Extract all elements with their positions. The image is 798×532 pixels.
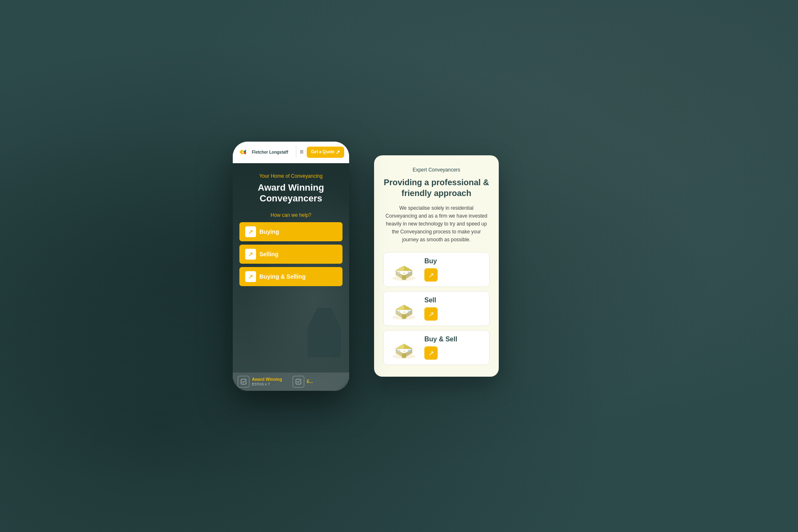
second-badge-icon xyxy=(293,376,304,387)
svg-rect-14 xyxy=(408,272,411,274)
badge-second-subtitle: E... xyxy=(307,379,313,384)
card-title: Providing a professional & friendly appr… xyxy=(383,177,490,199)
sell-house-icon: 50 xyxy=(389,297,419,320)
service-sell: 50 Sell ↗ xyxy=(383,291,490,326)
badge-award-subtitle: ESTAS x 7 xyxy=(252,382,282,386)
buy-sell-service-right: Buy & Sell ↗ xyxy=(424,336,483,360)
scene: Fletcher Longstaff ≡ Get a Quote ↗ Your … xyxy=(233,142,499,391)
buying-button[interactable]: ↗ Buying xyxy=(239,222,342,241)
buying-selling-button[interactable]: ↗ Buying & Selling xyxy=(239,267,342,286)
hero-subtitle: Your Home of Conveyancing xyxy=(239,173,342,179)
buy-sell-house-icon: 50 xyxy=(389,336,419,359)
selling-button[interactable]: ↗ Selling xyxy=(239,245,342,264)
selling-arrow-icon: ↗ xyxy=(245,249,256,260)
svg-rect-42 xyxy=(408,350,411,352)
logo-text: Fletcher Longstaff xyxy=(252,150,288,155)
svg-rect-13 xyxy=(397,272,400,274)
service-buy-sell: 50 Buy & Sell ↗ xyxy=(383,330,490,365)
phone-hero: Your Home of Conveyancing Award Winning … xyxy=(233,163,349,391)
sell-arrow-button[interactable]: ↗ xyxy=(424,307,438,321)
badge-second: E... xyxy=(293,376,344,387)
buying-selling-arrow-icon: ↗ xyxy=(245,271,256,282)
award-icon xyxy=(238,376,249,387)
buy-house-icon: 50 xyxy=(389,258,419,281)
sell-arrow-icon: ↗ xyxy=(429,310,434,318)
cta-arrow-icon: ↗ xyxy=(335,149,340,155)
svg-rect-26 xyxy=(402,314,406,319)
svg-text:50: 50 xyxy=(403,311,406,314)
buying-arrow-icon: ↗ xyxy=(245,226,256,237)
card-eyebrow: Expert Conveyancers xyxy=(383,167,490,173)
get-quote-button[interactable]: Get a Quote ↗ xyxy=(307,147,344,158)
phone-footer: Award Winning ESTAS x 7 E... xyxy=(233,373,349,391)
buy-sell-label: Buy & Sell xyxy=(424,336,483,343)
logo-area: Fletcher Longstaff xyxy=(238,146,293,158)
svg-text:50: 50 xyxy=(403,350,406,353)
phone-navbar: Fletcher Longstaff ≡ Get a Quote ↗ xyxy=(233,142,349,163)
badge-award: Award Winning ESTAS x 7 xyxy=(238,376,289,387)
buy-arrow-icon: ↗ xyxy=(429,271,434,279)
help-text: How can we help? xyxy=(239,212,342,218)
buy-service-right: Buy ↗ xyxy=(424,257,483,282)
svg-text:50: 50 xyxy=(403,272,406,275)
phone-mockup: Fletcher Longstaff ≡ Get a Quote ↗ Your … xyxy=(233,142,349,391)
buy-sell-arrow-icon: ↗ xyxy=(429,349,434,357)
hamburger-icon[interactable]: ≡ xyxy=(300,148,303,156)
sell-label: Sell xyxy=(424,297,483,304)
buy-sell-arrow-button[interactable]: ↗ xyxy=(424,346,438,360)
svg-rect-28 xyxy=(408,311,411,313)
badge-award-title: Award Winning xyxy=(252,377,282,382)
service-buy: 50 Buy ↗ xyxy=(383,252,490,287)
svg-rect-40 xyxy=(402,353,406,358)
hero-content: Your Home of Conveyancing Award Winning … xyxy=(239,173,342,290)
hero-title: Award Winning Conveyancers xyxy=(239,182,342,204)
info-card: Expert Conveyancers Providing a professi… xyxy=(374,155,499,377)
svg-rect-12 xyxy=(402,275,406,280)
card-description: We specialise solely in residential Conv… xyxy=(383,204,490,244)
sell-service-right: Sell ↗ xyxy=(424,297,483,321)
buy-arrow-button[interactable]: ↗ xyxy=(424,268,438,282)
buy-label: Buy xyxy=(424,257,483,265)
nav-divider xyxy=(296,146,296,158)
svg-rect-27 xyxy=(397,311,400,313)
logo-icon xyxy=(238,146,249,158)
svg-rect-41 xyxy=(397,350,400,352)
